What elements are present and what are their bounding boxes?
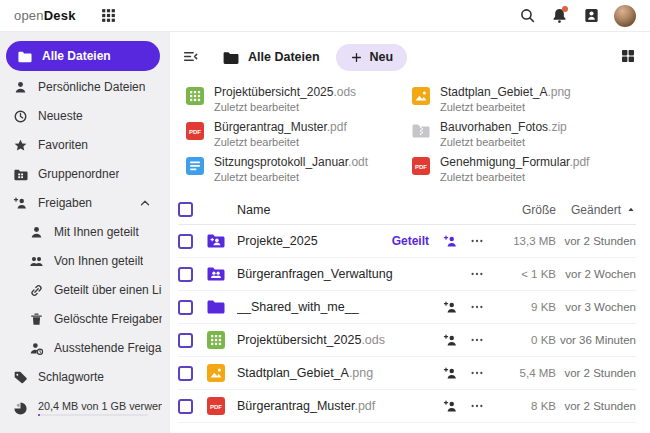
file-name[interactable]: __Shared_with_me__: [237, 300, 438, 314]
table-row[interactable]: Bürgeranfragen_Verwaltung < 1 KB vor 2 W…: [178, 258, 636, 291]
app-grid-icon: [99, 6, 118, 25]
file-modified: vor 36 Minuten: [556, 334, 636, 346]
sidebar-item-geteilt-ueber-einen-link[interactable]: Geteilt über einen Link: [0, 276, 162, 304]
recent-file-note: Zuletzt bearbeitet: [214, 100, 356, 114]
sidebar-item-geloeschte-freigaben[interactable]: Gelöschte Freigaben: [0, 305, 162, 333]
file-name[interactable]: Projektübersicht_2025.ods: [237, 333, 438, 347]
row-checkbox[interactable]: [178, 333, 193, 348]
sidebar-item-label: Gelöschte Freigaben: [54, 312, 162, 326]
file-name[interactable]: Bürgeranfragen_Verwaltung: [237, 267, 438, 281]
recent-file[interactable]: PDF Genehmigung_Formular.pdf Zuletzt bea…: [411, 155, 650, 187]
row-checkbox[interactable]: [178, 234, 193, 249]
sidebar-item-von-ihnen-geteilt[interactable]: Von Ihnen geteilt: [0, 247, 162, 275]
recent-file-note: Zuletzt bearbeitet: [214, 170, 368, 184]
file-name[interactable]: Projekte_2025: [237, 234, 392, 248]
app-launcher-button[interactable]: [98, 5, 120, 27]
table-row[interactable]: __Shared_with_me__ 9 KB vor 3 Wochen: [178, 291, 636, 324]
recent-file-name: Projektübersicht_2025.ods: [214, 85, 356, 100]
file-size: 5,4 MB: [492, 367, 556, 379]
table-row[interactable]: Projekte_2025 Geteilt 13,3 MB vor 2 Stun…: [178, 225, 636, 258]
sidebar-item-label: Favoriten: [38, 138, 88, 152]
logo-text-desk: Desk: [44, 8, 76, 23]
link-icon: [28, 282, 44, 298]
actions-menu-icon[interactable]: [462, 267, 492, 281]
recent-file[interactable]: Sitzungsprotokoll_Januar.odt Zuletzt bea…: [185, 155, 411, 187]
sidebar: Alle Dateien Persönliche Dateien Neueste…: [0, 32, 170, 433]
actions-menu-icon[interactable]: [462, 399, 492, 413]
row-checkbox[interactable]: [178, 366, 193, 381]
sidebar-item-label: Neueste: [38, 109, 83, 123]
actions-menu-icon[interactable]: [462, 234, 492, 248]
avatar[interactable]: [614, 5, 636, 27]
sidebar-toggle-icon[interactable]: [182, 48, 200, 66]
file-zip-icon: [411, 121, 431, 141]
sidebar-item-persoenliche-dateien[interactable]: Persönliche Dateien: [0, 73, 162, 101]
contacts-icon[interactable]: [582, 6, 601, 25]
recent-file[interactable]: Stadtplan_Gebiet_A.png Zuletzt bearbeite…: [411, 85, 650, 117]
file-ods-icon: [185, 86, 205, 106]
sidebar-item-freigaben[interactable]: Freigaben: [0, 189, 162, 217]
sidebar-item-schlagworte[interactable]: Schlagworte: [0, 363, 162, 391]
row-checkbox[interactable]: [178, 399, 193, 414]
share-icon[interactable]: [438, 300, 462, 315]
file-name[interactable]: Bürgerantrag_Muster.pdf: [237, 399, 438, 413]
share-icon[interactable]: [438, 366, 462, 381]
svg-text:PDF: PDF: [189, 129, 201, 135]
table-row[interactable]: PDF Bürgerantrag_Muster.pdf 8 KB vor 2 S…: [178, 390, 636, 423]
recent-file-note: Zuletzt bearbeitet: [440, 170, 589, 184]
column-header-size[interactable]: Größe: [492, 203, 556, 217]
sidebar-item-quota[interactable]: 20,4 MB von 1 GB verwendet: [0, 392, 162, 424]
shared-label[interactable]: Geteilt: [392, 234, 429, 248]
actions-menu-icon[interactable]: [462, 300, 492, 314]
sidebar-item-label: Freigaben: [38, 196, 92, 210]
plus-icon: [350, 51, 363, 64]
share-icon[interactable]: [438, 234, 462, 249]
table-row[interactable]: Stadtplan_Gebiet_A.png 5,4 MB vor 2 Stun…: [178, 357, 636, 390]
recent-file[interactable]: PDF Bürgerantrag_Muster.pdf Zuletzt bear…: [185, 120, 411, 152]
clock-icon: [12, 108, 28, 124]
file-name[interactable]: Stadtplan_Gebiet_A.png: [237, 366, 438, 380]
quota-bar: [38, 414, 148, 416]
column-header-modified[interactable]: Geändert: [556, 203, 636, 217]
recent-file-note: Zuletzt bearbeitet: [214, 135, 347, 149]
column-header-name[interactable]: Name: [237, 203, 438, 217]
sidebar-item-alle-dateien[interactable]: Alle Dateien: [6, 41, 160, 71]
recent-file-name: Stadtplan_Gebiet_A.png: [440, 85, 571, 100]
trash-icon: [28, 311, 44, 327]
share-icon[interactable]: [438, 399, 462, 414]
actions-menu-icon[interactable]: [462, 366, 492, 380]
row-checkbox[interactable]: [178, 267, 193, 282]
sidebar-item-neueste[interactable]: Neueste: [0, 102, 162, 130]
sidebar-nav: Alle Dateien Persönliche Dateien Neueste…: [0, 41, 170, 433]
file-size: < 1 KB: [492, 268, 556, 280]
sidebar-item-label: Persönliche Dateien: [38, 80, 145, 94]
star-icon: [12, 137, 28, 153]
chevron-up-icon[interactable]: [138, 196, 152, 210]
logo-text-open: open: [14, 8, 44, 23]
grid-view-icon[interactable]: [620, 48, 638, 66]
notifications-button[interactable]: [550, 6, 569, 25]
notification-badge: [562, 6, 568, 12]
recent-file[interactable]: Bauvorhaben_Fotos.zip Zuletzt bearbeitet: [411, 120, 650, 152]
actions-menu-icon[interactable]: [462, 333, 492, 347]
select-all-checkbox[interactable]: [178, 202, 193, 217]
topbar: openDesk: [0, 0, 650, 32]
sidebar-item-label: Mit Ihnen geteilt: [54, 225, 139, 239]
recent-file-note: Zuletzt bearbeitet: [440, 135, 567, 149]
sidebar-item-favoriten[interactable]: Favoriten: [0, 131, 162, 159]
table-row[interactable]: Projektübersicht_2025.ods 0 KB vor 36 Mi…: [178, 324, 636, 357]
sidebar-item-dateien-einstellungen[interactable]: Dateien-Einstellungen: [0, 425, 162, 433]
file-modified: vor 2 Stunden: [556, 235, 636, 247]
breadcrumb[interactable]: Alle Dateien: [222, 49, 320, 66]
new-button[interactable]: Neu: [336, 44, 408, 71]
file-ods-icon: [205, 330, 227, 350]
sidebar-item-gruppenordner[interactable]: Gruppenordner: [0, 160, 162, 188]
opendesk-logo[interactable]: openDesk: [14, 8, 76, 23]
search-icon[interactable]: [518, 6, 537, 25]
sidebar-item-mit-ihnen-geteilt[interactable]: Mit Ihnen geteilt: [0, 218, 162, 246]
recent-file[interactable]: Projektübersicht_2025.ods Zuletzt bearbe…: [185, 85, 411, 117]
row-checkbox[interactable]: [178, 300, 193, 315]
share-icon[interactable]: [438, 333, 462, 348]
sidebar-item-ausstehende-freigaben[interactable]: Ausstehende Freigaben: [0, 334, 162, 362]
recent-file-name: Genehmigung_Formular.pdf: [440, 155, 589, 170]
